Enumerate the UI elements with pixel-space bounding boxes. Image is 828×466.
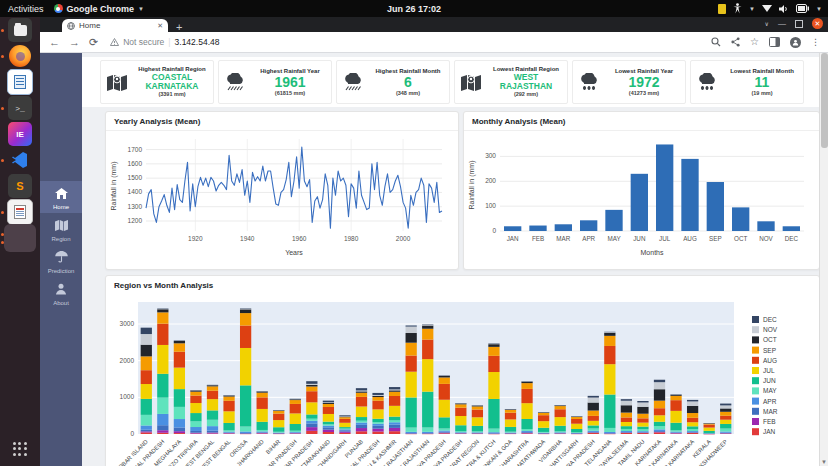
window-close-button[interactable]: ✕	[812, 18, 823, 29]
os-dock: >_IES	[0, 17, 40, 466]
svg-text:OCT: OCT	[734, 235, 747, 242]
svg-text:JUN: JUN	[633, 235, 646, 242]
monthly-card-title: Monthly Analysis (Mean)	[464, 112, 819, 131]
running-indicator	[1, 211, 4, 214]
document-app-icon	[7, 199, 33, 225]
app-grid-app-icon	[8, 437, 32, 461]
accessibility-icon[interactable]	[733, 3, 742, 14]
yearly-analysis-card: Yearly Analysis (Mean) 19201940196019802…	[105, 111, 459, 270]
sidebar-item-label: About	[53, 300, 69, 306]
map-icon	[55, 217, 68, 235]
svg-text:MAY: MAY	[607, 235, 621, 242]
new-tab-button[interactable]: +	[176, 22, 182, 32]
volume-icon[interactable]	[779, 4, 789, 14]
svg-text:JUL: JUL	[763, 367, 775, 374]
back-button[interactable]: ←	[49, 36, 60, 48]
main-content: Highest Rainfall RegionCOASTAL KARNATAKA…	[82, 53, 819, 466]
svg-text:JUN: JUN	[763, 377, 776, 384]
svg-text:Rainfall in (mm): Rainfall in (mm)	[468, 160, 476, 209]
svg-text:3000: 3000	[120, 320, 135, 327]
screen: Activities Google Chrome ▼ Jun 26 17:02 …	[0, 0, 828, 466]
scrollbar-down-arrow[interactable]: ▼	[821, 459, 827, 465]
gnome-top-bar: Activities Google Chrome ▼ Jun 26 17:02 …	[0, 0, 828, 17]
address-bar[interactable]: Not secure | 3.142.54.48	[110, 37, 219, 47]
sidebar-item-region[interactable]: Region	[40, 213, 82, 245]
svg-text:NOV: NOV	[759, 235, 773, 242]
svg-text:APR: APR	[763, 398, 777, 405]
tab-close-icon[interactable]: ✕	[157, 22, 163, 30]
svg-text:JUL: JUL	[659, 235, 671, 242]
svg-text:APR: APR	[582, 235, 595, 242]
scrollbar[interactable]: ▼	[819, 53, 828, 466]
stat-card: Lowest Rainfall Year1972(41273 mm)	[572, 60, 686, 104]
maximize-button[interactable]	[795, 20, 803, 28]
cloud-hatch-icon	[219, 73, 251, 91]
svg-text:1400: 1400	[128, 188, 143, 195]
stat-value: 6	[369, 75, 447, 90]
yearly-line-chart[interactable]: 1920194019601980200012001300140015001600…	[106, 131, 456, 267]
sidebar-item-label: Region	[51, 236, 70, 242]
dock-sublime-icon[interactable]: S	[0, 173, 40, 199]
dock-writer-icon[interactable]	[0, 69, 40, 95]
svg-text:FEB: FEB	[532, 235, 544, 242]
reload-button[interactable]: ⟳	[89, 36, 98, 49]
svg-text:MAR: MAR	[763, 408, 778, 415]
wifi-icon[interactable]	[762, 5, 772, 12]
sidebar-item-prediction[interactable]: Prediction	[40, 245, 82, 277]
stat-card: Highest Rainfall Year1961(61815 mm)	[218, 60, 332, 104]
stat-subvalue: (19 mm)	[723, 90, 801, 96]
cloud-drops-icon	[573, 73, 605, 91]
side-panel-icon[interactable]	[769, 37, 780, 47]
clock[interactable]: Jun 26 17:02	[0, 4, 828, 14]
minimize-button[interactable]: —	[778, 19, 786, 28]
stat-text: Highest Rainfall Year1961(61815 mm)	[251, 68, 331, 97]
svg-text:SEP: SEP	[763, 347, 776, 354]
svg-text:1500: 1500	[128, 174, 143, 181]
person-icon	[55, 281, 67, 299]
battery-icon[interactable]	[796, 4, 809, 13]
sublime-app-icon: S	[8, 174, 32, 198]
tab-home[interactable]: Home ✕	[62, 19, 168, 32]
svg-text:100: 100	[485, 202, 496, 209]
svg-text:AUG: AUG	[763, 357, 777, 364]
region-month-stacked-chart[interactable]: 0100020003000ANDAMAN & NICOBAR ISLANDARU…	[106, 294, 817, 466]
browser-toolbar: ← → ⟳ Not secure | 3.142.54.48	[40, 32, 828, 53]
stat-card: Highest Rainfall RegionCOASTAL KARNATAKA…	[100, 60, 214, 104]
sidebar-item-home[interactable]: Home	[40, 181, 82, 213]
dock-chrome-icon[interactable]	[0, 225, 40, 251]
monthly-bar-chart[interactable]: 0100200300JANFEBMARAPRMAYJUNJULAUGSEPOCT…	[464, 131, 817, 267]
dock-document-icon[interactable]	[0, 199, 40, 225]
dock-app-grid-icon[interactable]	[0, 436, 40, 462]
stat-text: Lowest Rainfall Year1972(41273 mm)	[605, 68, 685, 97]
region-month-card: Region vs Month Analysis 0100020003000AN…	[105, 275, 820, 466]
keyboard-indicator-icon[interactable]	[718, 4, 726, 14]
sidebar-item-about[interactable]: About	[40, 277, 82, 309]
dock-files-icon[interactable]	[0, 17, 40, 43]
svg-text:MAR: MAR	[556, 235, 570, 242]
dock-intellij-icon[interactable]: IE	[0, 121, 40, 147]
scrollbar-thumb[interactable]	[821, 53, 828, 148]
running-indicator	[1, 29, 4, 32]
forward-button[interactable]: →	[69, 36, 80, 48]
map-icon	[455, 74, 487, 91]
dock-vscode-icon[interactable]	[0, 147, 40, 173]
zoom-icon[interactable]	[711, 37, 721, 47]
stat-subvalue: (348 mm)	[369, 90, 447, 96]
dock-terminal-icon[interactable]: >_	[0, 95, 40, 121]
tab-search-icon[interactable]: ∨	[765, 20, 769, 27]
stat-value: COASTAL KARNATAKA	[133, 73, 211, 91]
svg-text:1960: 1960	[292, 235, 307, 242]
browser-window: Home ✕ + ∨ — ✕ ← → ⟳ Not secure	[40, 17, 828, 466]
svg-text:0: 0	[492, 227, 496, 234]
menu-kebab-icon[interactable]: ⋮	[811, 37, 820, 47]
firefox-app-icon	[9, 45, 31, 67]
dock-firefox-icon[interactable]	[0, 43, 40, 69]
svg-text:JAN: JAN	[507, 235, 519, 242]
stat-subvalue: (41273 mm)	[605, 90, 683, 96]
svg-text:1980: 1980	[344, 235, 359, 242]
share-icon[interactable]	[731, 37, 740, 47]
profile-avatar[interactable]	[790, 37, 801, 48]
dock-active-highlight	[4, 224, 36, 252]
region-card-title: Region vs Month Analysis	[106, 276, 819, 294]
bookmark-star-icon[interactable]: ☆	[750, 37, 759, 47]
